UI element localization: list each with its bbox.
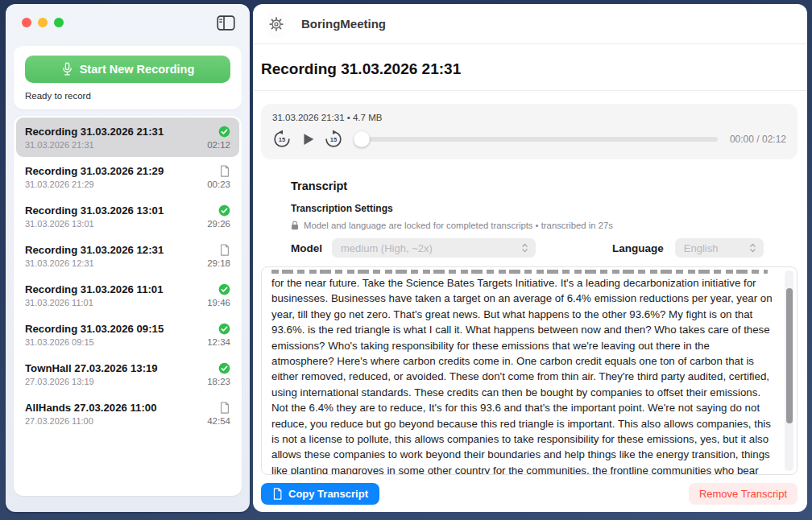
transcribed-check-icon: [218, 362, 230, 374]
recordings-list: Recording 31.03.2026 21:31 31.03.2026 21…: [14, 116, 242, 496]
divider: [253, 90, 807, 91]
minimize-button[interactable]: [38, 18, 48, 27]
close-button[interactable]: [22, 18, 31, 27]
model-label: Model: [291, 242, 322, 254]
transcript-section-title: Transcript: [291, 180, 798, 192]
skip-forward-15-button[interactable]: 15: [324, 130, 343, 149]
play-button[interactable]: [299, 130, 317, 148]
copy-icon: [272, 488, 283, 500]
scrollbar-thumb[interactable]: [786, 288, 793, 423]
desktop-background: Start New Recording Ready to record Reco…: [0, 0, 812, 520]
recording-date: 31.03.2026 09:15: [25, 337, 207, 347]
recording-date: 27.03.2026 11:00: [25, 416, 207, 426]
recording-date: 31.03.2026 12:31: [25, 258, 207, 268]
start-new-recording-button[interactable]: Start New Recording: [25, 56, 230, 83]
transcribed-check-icon: [218, 126, 230, 138]
recording-row[interactable]: Recording 31.03.2026 11:01 31.03.2026 11…: [16, 275, 239, 315]
recording-date: 31.03.2026 13:01: [25, 219, 207, 229]
record-card: Start New Recording Ready to record: [14, 46, 242, 109]
recording-row[interactable]: Recording 31.03.2026 12:31 31.03.2026 12…: [16, 236, 239, 275]
recording-duration: 18:23: [207, 377, 230, 386]
slider-thumb[interactable]: [354, 131, 370, 147]
settings-button[interactable]: [263, 10, 290, 38]
recording-meta: 31.03.2026 21:31 • 4.7 MB: [272, 113, 786, 122]
chevron-up-down-icon: [749, 242, 756, 254]
recorder-status-text: Ready to record: [25, 91, 230, 101]
lock-note: Model and language are locked for comple…: [304, 221, 613, 230]
time-display: 00:00 / 02:12: [730, 134, 786, 145]
document-icon: [219, 244, 230, 256]
recording-duration: 29:18: [207, 258, 230, 268]
playback-slider[interactable]: [354, 131, 718, 147]
transcription-settings-title: Transcription Settings: [291, 203, 798, 214]
recording-title: Recording 31.03.2026 21:29: [25, 165, 207, 177]
recording-row[interactable]: Recording 31.03.2026 21:29 31.03.2026 21…: [16, 157, 239, 196]
app-header: BoringMeeting: [253, 4, 807, 44]
recording-date: 31.03.2026 21:31: [25, 140, 207, 150]
document-icon: [219, 165, 230, 177]
model-select: medium (High, ~2x): [332, 238, 536, 258]
document-icon: [219, 402, 230, 414]
recording-row[interactable]: Recording 31.03.2026 13:01 31.03.2026 13…: [16, 196, 239, 236]
transcribed-check-icon: [218, 323, 230, 335]
recording-row[interactable]: TownHall 27.03.2026 13:19 27.03.2026 13:…: [16, 354, 239, 394]
recording-duration: 42:54: [207, 416, 230, 426]
recording-title: Recording 31.03.2026 13:01: [25, 204, 207, 217]
sidebar-toggle-icon: [217, 15, 235, 31]
skip-forward-15-icon: 15: [324, 130, 343, 149]
language-select: English: [675, 238, 764, 258]
recording-duration: 00:23: [207, 180, 230, 189]
model-value: medium (High, ~2x): [341, 242, 515, 254]
gear-icon: [268, 16, 284, 32]
recording-title: TownHall 27.03.2026 13:19: [25, 362, 207, 374]
recording-duration: 29:26: [207, 219, 230, 229]
recording-title: Recording 31.03.2026 09:15: [25, 323, 207, 335]
skip-back-15-icon: 15: [272, 130, 292, 149]
scrollbar-track[interactable]: [785, 270, 793, 471]
recording-duration: 19:46: [207, 298, 230, 307]
copy-transcript-button[interactable]: Copy Transcript: [261, 483, 379, 505]
transcribed-check-icon: [218, 204, 230, 217]
lock-icon: [291, 221, 299, 230]
clipped-text-line: [271, 270, 768, 274]
svg-text:15: 15: [330, 136, 338, 143]
main-panel: BoringMeeting Recording 31.03.2026 21:31…: [253, 4, 807, 512]
chevron-up-down-icon: [521, 242, 528, 254]
app-window: Start New Recording Ready to record Reco…: [6, 4, 807, 512]
recording-row[interactable]: AllHands 27.03.2026 11:00 27.03.2026 11:…: [16, 394, 239, 433]
remove-transcript-button[interactable]: Remove Transcript: [689, 483, 798, 505]
sidebar-titlebar: [6, 4, 250, 41]
start-new-recording-label: Start New Recording: [80, 63, 195, 76]
transcript-textarea[interactable]: for the near future. Take the Science Ba…: [261, 266, 798, 475]
recording-title: AllHands 27.03.2026 11:00: [25, 402, 207, 414]
audio-player: 31.03.2026 21:31 • 4.7 MB 15: [261, 104, 798, 159]
skip-back-15-button[interactable]: 15: [272, 130, 292, 149]
sidebar: Start New Recording Ready to record Reco…: [6, 4, 250, 512]
copy-transcript-label: Copy Transcript: [288, 488, 368, 500]
microphone-icon: [61, 62, 73, 76]
recording-duration: 02:12: [207, 140, 230, 150]
language-label: Language: [612, 242, 664, 254]
recording-duration: 12:34: [207, 337, 230, 347]
recording-date: 31.03.2026 11:01: [25, 298, 207, 307]
language-value: English: [684, 242, 743, 254]
recording-date: 27.03.2026 13:19: [25, 377, 207, 386]
page-title: Recording 31.03.2026 21:31: [261, 60, 798, 78]
svg-text:15: 15: [279, 136, 286, 143]
sidebar-toggle-button[interactable]: [215, 14, 237, 32]
recording-date: 31.03.2026 21:29: [25, 180, 207, 189]
recording-row[interactable]: Recording 31.03.2026 09:15 31.03.2026 09…: [16, 315, 239, 354]
play-icon: [299, 130, 317, 148]
recording-title: Recording 31.03.2026 12:31: [25, 244, 207, 256]
slider-track[interactable]: [355, 137, 718, 142]
fullscreen-button[interactable]: [54, 18, 64, 27]
app-title: BoringMeeting: [301, 17, 386, 31]
recording-row[interactable]: Recording 31.03.2026 21:31 31.03.2026 21…: [16, 118, 239, 157]
recording-title: Recording 31.03.2026 11:01: [25, 283, 207, 295]
recording-title: Recording 31.03.2026 21:31: [25, 126, 207, 138]
transcribed-check-icon: [218, 283, 230, 295]
traffic-lights: [22, 18, 64, 27]
transcript-text: for the near future. Take the Science Ba…: [271, 275, 773, 475]
